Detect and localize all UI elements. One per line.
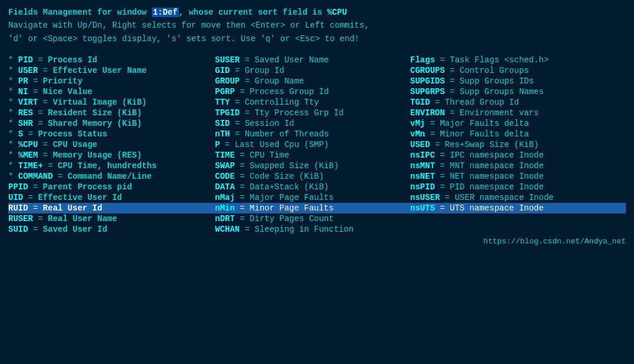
- field-desc-right: Environment vars: [460, 108, 539, 118]
- field-name-mid: GROUP: [215, 76, 240, 86]
- field-desc-left: Virtual Image (KiB): [53, 98, 147, 107]
- field-desc-right: Supp Groups Names: [460, 87, 544, 96]
- field-name-left: PR: [18, 76, 28, 86]
- field-eq: =: [33, 87, 43, 96]
- field-name-right: nsUTS: [410, 203, 435, 213]
- field-name-left: RES: [18, 108, 33, 118]
- field-name-right: USED: [410, 140, 430, 149]
- field-eq-right: =: [445, 193, 455, 202]
- field-desc-mid: Minor Page Faults: [250, 203, 334, 213]
- table-row: RUSER = Real User NamenDRT = Dirty Pages…: [8, 213, 626, 224]
- table-row: * PID = Process IdSUSER = Saved User Nam…: [8, 55, 626, 65]
- title-line: Fields Management for window 1:Def, whos…: [8, 6, 626, 19]
- field-desc-right: Major Faults delta: [440, 119, 529, 128]
- field-desc-mid: Major Page Faults: [250, 193, 334, 202]
- table-row: SUID = Saved User IdWCHAN = Sleeping in …: [8, 224, 626, 235]
- field-eq-right: =: [440, 203, 450, 213]
- field-desc-right: Minor Faults delta: [440, 129, 529, 139]
- field-eq-mid: =: [235, 119, 245, 128]
- field-star: *: [8, 55, 18, 65]
- table-row: UID = Effective User IdnMaj = Major Page…: [8, 192, 626, 203]
- table-row: * VIRT = Virtual Image (KiB)TTY = Contro…: [8, 97, 626, 108]
- field-name-right: vMj: [410, 119, 425, 128]
- field-eq-mid: =: [240, 214, 250, 223]
- footer-url: https://blog.csdn.net/Andya_net: [8, 237, 626, 246]
- field-name-mid: SWAP: [215, 161, 235, 171]
- field-desc-right: IPC namespace Inode: [450, 151, 544, 160]
- field-star: *: [8, 129, 18, 139]
- field-eq-mid: =: [240, 182, 250, 192]
- field-eq-mid: =: [240, 151, 250, 160]
- field-eq-mid: =: [245, 108, 255, 118]
- field-desc-left: Real User Name: [48, 214, 117, 223]
- title-middle: , whose current sort field is: [179, 8, 327, 17]
- field-name-mid: TPGID: [215, 108, 240, 118]
- field-desc-mid: Tty Process Grp Id: [255, 108, 344, 118]
- field-desc-mid: CPU Time: [250, 151, 289, 160]
- field-eq: =: [43, 140, 53, 149]
- field-desc-left: CPU Usage: [53, 140, 98, 149]
- table-row: * PR = PriorityGROUP = Group NameSUPGIDS…: [8, 76, 626, 86]
- field-eq-right: =: [440, 151, 450, 160]
- field-name-mid: SUSER: [215, 55, 240, 65]
- field-name-right: nsNET: [410, 172, 435, 181]
- field-eq-mid: =: [240, 172, 250, 181]
- field-desc-mid: Swapped Size (KiB): [250, 161, 338, 171]
- field-desc-mid: Code Size (KiB): [250, 172, 324, 181]
- field-desc-mid: Saved User Name: [255, 55, 329, 65]
- field-desc-left: Effective User Id: [38, 193, 122, 202]
- field-desc-mid: Controlling Tty: [245, 98, 319, 107]
- field-desc-mid: Group Id: [245, 66, 284, 75]
- field-desc-right: MNT namespace Inode: [450, 161, 544, 171]
- field-eq-right: =: [430, 119, 440, 128]
- field-star: *: [8, 140, 18, 149]
- field-desc-left: Process Status: [38, 129, 107, 139]
- field-name-left: RUSER: [8, 214, 33, 223]
- field-eq: =: [33, 225, 43, 234]
- field-eq: =: [43, 151, 53, 160]
- nav-hint-line2: Navigate with Up/Dn, Right selects for m…: [8, 19, 626, 32]
- field-star: *: [8, 98, 18, 107]
- field-name-right: ENVIRON: [410, 108, 445, 118]
- field-eq-mid: =: [245, 76, 255, 86]
- field-desc-left: Parent Process pid: [43, 182, 132, 192]
- field-name-left: %CPU: [18, 140, 38, 149]
- field-eq-right: =: [435, 140, 445, 149]
- field-eq-mid: =: [240, 203, 250, 213]
- field-name-left: COMMAND: [18, 172, 53, 181]
- header: Fields Management for window 1:Def, whos…: [8, 6, 626, 45]
- field-desc-right: NET namespace Inode: [450, 172, 544, 181]
- field-name-mid: nTH: [215, 129, 230, 139]
- field-desc-mid: Group Name: [255, 76, 304, 86]
- field-eq: =: [38, 214, 48, 223]
- field-eq-mid: =: [235, 98, 245, 107]
- field-name-mid: nDRT: [215, 214, 235, 223]
- field-name-mid: TTY: [215, 98, 230, 107]
- field-name-mid: SID: [215, 119, 230, 128]
- table-row: PPID = Parent Process pidDATA = Data+Sta…: [8, 182, 626, 192]
- field-eq: =: [38, 119, 48, 128]
- field-eq-mid: =: [235, 66, 245, 75]
- field-star: *: [8, 66, 18, 75]
- field-name-left: S: [18, 129, 23, 139]
- field-desc-left: Effective User Name: [53, 66, 147, 75]
- field-star: *: [8, 108, 18, 118]
- field-desc-mid: Data+Stack (KiB): [250, 182, 328, 192]
- field-name-right: nsIPC: [410, 151, 435, 160]
- field-name-left: SHR: [18, 119, 33, 128]
- field-desc-right: UTS namespace Inode: [450, 203, 544, 213]
- title-prefix: Fields Management for window: [8, 8, 152, 17]
- field-name-right: TGID: [410, 98, 430, 107]
- field-eq-mid: =: [240, 161, 250, 171]
- field-desc-left: Resident Size (KiB): [48, 108, 142, 118]
- field-eq-mid: =: [235, 129, 245, 139]
- field-name-mid: nMaj: [215, 193, 235, 202]
- field-eq: =: [58, 172, 68, 181]
- field-eq: =: [38, 108, 48, 118]
- field-name-mid: P: [215, 140, 220, 149]
- field-eq-mid: =: [245, 225, 255, 234]
- field-star: *: [8, 161, 18, 171]
- field-name-mid: GID: [215, 66, 230, 75]
- field-desc-left: Memory Usage (RES): [53, 151, 142, 160]
- field-name-left: VIRT: [18, 98, 38, 107]
